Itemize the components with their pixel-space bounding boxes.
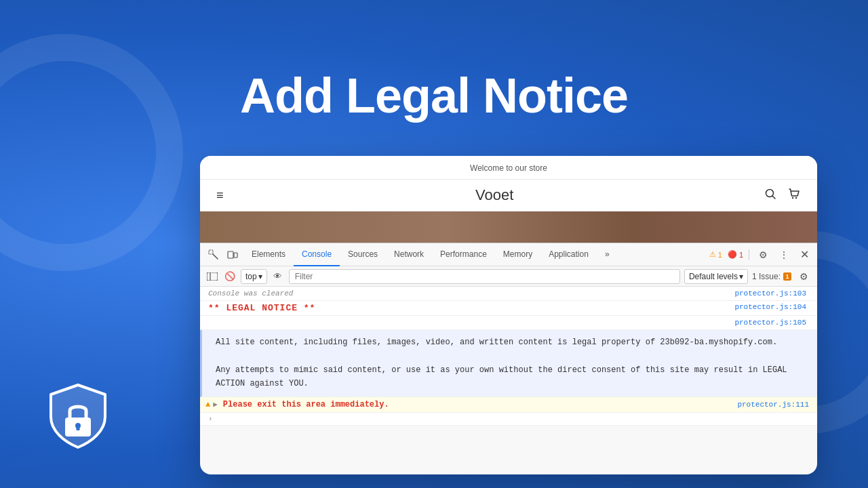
devtools-toolbar-right: ⚠ 1 🔴 1 ⚙ ⋮ ✕	[709, 247, 812, 263]
tab-elements[interactable]: Elements	[243, 243, 294, 266]
devtools-toolbar: Elements Console Sources Network Perform…	[200, 243, 817, 266]
hamburger-icon[interactable]: ≡	[216, 188, 225, 203]
store-header: Welcome to our store	[200, 156, 817, 180]
legal-content-text: All site content, including files, image…	[216, 336, 809, 391]
console-cleared-row: Console was cleared protector.js:103	[200, 287, 817, 301]
svg-rect-11	[207, 272, 218, 281]
legal-notice-title: ** LEGAL NOTICE **	[208, 303, 315, 313]
legal-content-block: All site content, including files, image…	[200, 330, 817, 397]
error-count: 1	[739, 251, 743, 259]
error-badge: 🔴 1	[728, 250, 743, 259]
store-welcome-text: Welcome to our store	[470, 163, 547, 173]
settings-icon[interactable]: ⚙	[755, 247, 771, 263]
chevron-down-icon: ▾	[739, 272, 743, 281]
warning-triangle-icon: ▲	[205, 400, 210, 409]
page-title: Add Legal Notice	[0, 68, 868, 123]
search-icon[interactable]	[764, 188, 776, 203]
clear-console-icon[interactable]: 🚫	[223, 270, 237, 283]
tab-sources[interactable]: Sources	[340, 243, 386, 266]
eye-icon[interactable]: 👁	[271, 270, 285, 283]
hero-banner	[200, 211, 817, 243]
svg-rect-9	[228, 251, 233, 258]
devtools-panel: Elements Console Sources Network Perform…	[200, 243, 817, 426]
expand-icon[interactable]: ›	[208, 415, 213, 423]
nav-icons	[764, 187, 801, 204]
context-dropdown[interactable]: top ▾	[241, 269, 267, 284]
svg-rect-10	[234, 253, 237, 258]
more-options-icon[interactable]: ⋮	[776, 247, 791, 262]
tab-performance[interactable]: Performance	[432, 243, 495, 266]
issues-count: 1 Issue: 1	[752, 272, 791, 281]
svg-line-8	[213, 254, 218, 259]
store-logo: Vooet	[475, 186, 513, 204]
svg-line-4	[772, 196, 775, 199]
expand-arrow-icon[interactable]: ▶	[213, 400, 218, 409]
devtools-tabs: Elements Console Sources Network Perform…	[243, 243, 707, 266]
device-toggle-icon[interactable]	[224, 247, 241, 263]
tab-network[interactable]: Network	[386, 243, 432, 266]
svg-rect-2	[77, 426, 80, 430]
warning-text: Please exit this area immediately.	[223, 400, 389, 409]
svg-point-6	[795, 197, 797, 198]
cart-icon[interactable]	[787, 187, 801, 204]
tab-console[interactable]: Console	[294, 243, 340, 266]
tab-more[interactable]: »	[597, 243, 618, 266]
content-link-row: protector.js:105	[200, 316, 817, 330]
warning-badge: ⚠ 1	[709, 250, 722, 259]
console-toolbar: 🚫 top ▾ 👁 Default levels ▾ 1 Issue: 1 ⚙	[200, 266, 817, 287]
browser-window: Welcome to our store ≡ Vooet	[200, 156, 817, 474]
store-nav: ≡ Vooet	[200, 180, 817, 211]
console-output: Console was cleared protector.js:103 ** …	[200, 287, 817, 426]
console-filter-input[interactable]	[289, 269, 680, 284]
console-settings-icon[interactable]: ⚙	[795, 268, 812, 285]
separator	[749, 249, 749, 260]
sidebar-toggle-icon[interactable]	[205, 270, 219, 283]
tab-memory[interactable]: Memory	[495, 243, 540, 266]
shield-icon	[41, 380, 115, 454]
console-link-104[interactable]: protector.js:104	[734, 303, 809, 311]
warning-icon: ⚠	[709, 250, 716, 259]
svg-rect-7	[209, 250, 213, 254]
error-icon: 🔴	[728, 250, 737, 259]
chevron-down-icon: ▾	[258, 272, 262, 281]
svg-point-5	[792, 197, 793, 198]
legal-notice-header-row: ** LEGAL NOTICE ** protector.js:104	[200, 301, 817, 316]
inspect-icon[interactable]	[205, 247, 222, 263]
close-devtools-icon[interactable]: ✕	[797, 247, 812, 262]
console-link-111[interactable]: protector.js:111	[737, 401, 812, 409]
warning-row: ▲ ▶ Please exit this area immediately. p…	[200, 397, 817, 413]
warning-count: 1	[718, 251, 722, 259]
console-link-103[interactable]: protector.js:103	[734, 289, 809, 298]
svg-point-3	[766, 189, 773, 197]
issue-dot: 1	[783, 272, 791, 281]
tab-application[interactable]: Application	[540, 243, 597, 266]
expand-row: ›	[200, 413, 817, 426]
console-cleared-text: Console was cleared	[208, 289, 293, 298]
levels-dropdown[interactable]: Default levels ▾	[684, 269, 748, 284]
console-link-105[interactable]: protector.js:105	[734, 319, 809, 327]
